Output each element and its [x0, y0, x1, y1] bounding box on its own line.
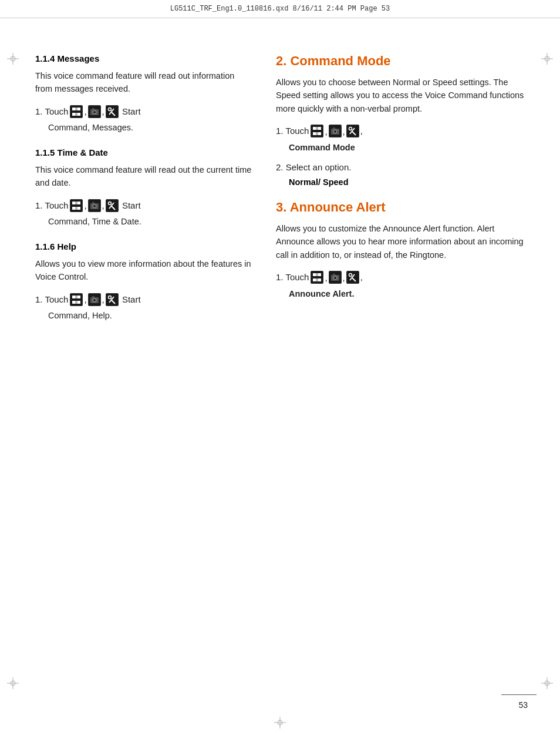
- svg-rect-64: [318, 132, 321, 135]
- comma-3: ,: [84, 200, 86, 210]
- messages-step1-icons: , ,: [70, 104, 140, 119]
- reg-mark-left-top: [7, 53, 19, 65]
- svg-rect-23: [92, 108, 95, 110]
- time-step1-suffix: Start: [120, 198, 141, 213]
- grid-icon-4: [311, 125, 323, 137]
- svg-rect-65: [316, 127, 319, 130]
- ann-step1: 1. Touch: [276, 270, 531, 285]
- page-number: 53: [518, 700, 528, 710]
- camera-icon-3: [88, 293, 101, 306]
- svg-rect-15: [72, 113, 75, 116]
- svg-rect-61: [313, 127, 316, 130]
- comma-10: ,: [343, 273, 345, 283]
- heading-announce-alert: 3. Announce Alert: [276, 200, 531, 215]
- right-column: 2. Command Mode Allows you to choose bet…: [276, 53, 531, 335]
- header-text: LG511C_TRF_Eng1.0_110816.qxd 8/16/11 2:4…: [170, 5, 390, 13]
- cmd-step2-text: 2. Select an option.: [276, 160, 351, 175]
- body-command-mode: Allows you to choose between Normal or S…: [276, 76, 531, 115]
- help-step1-suffix: Start: [120, 292, 141, 307]
- svg-rect-46: [77, 296, 80, 298]
- tools-icon-4: [346, 125, 359, 137]
- svg-rect-14: [77, 108, 80, 110]
- cmd-step1-icons: , ,: [311, 123, 363, 139]
- svg-rect-49: [75, 296, 78, 298]
- heading-help: 1.1.6 Help: [35, 241, 252, 251]
- camera-icon-1: [88, 105, 101, 118]
- heading-messages: 1.1.4 Messages: [35, 53, 252, 63]
- ann-step1-suffix: ,: [360, 270, 363, 285]
- svg-rect-47: [72, 301, 75, 304]
- comma-6: ,: [102, 294, 104, 304]
- svg-rect-45: [72, 296, 75, 298]
- svg-rect-17: [75, 108, 78, 110]
- svg-rect-50: [75, 301, 78, 304]
- ann-continuation: Announce Alert.: [276, 287, 531, 300]
- messages-step1-prefix: 1. Touch: [35, 104, 68, 119]
- svg-point-54: [93, 299, 96, 301]
- grid-icon-5: [311, 271, 323, 284]
- cmd-step1-suffix: ,: [360, 123, 363, 139]
- left-column: 1.1.4 Messages This voice command featur…: [35, 53, 252, 335]
- ann-step1-icons: , ,: [311, 270, 363, 285]
- comma-8: ,: [343, 126, 345, 136]
- svg-rect-79: [313, 278, 316, 281]
- cmd-step1: 1. Touch: [276, 123, 531, 139]
- tools-icon-3: [106, 293, 119, 306]
- cmd-step2: 2. Select an option.: [276, 160, 531, 175]
- tools-icon-5: [346, 271, 359, 284]
- section-announce-alert: 3. Announce Alert Allows you to customiz…: [276, 200, 531, 300]
- svg-rect-13: [72, 108, 75, 110]
- section-help: 1.1.6 Help Allows you to view more infor…: [35, 241, 252, 323]
- page-container: LG511C_TRF_Eng1.0_110816.qxd 8/16/11 2:4…: [0, 0, 560, 742]
- cmd-step1-prefix: 1. Touch: [276, 123, 309, 139]
- comma-4: ,: [102, 200, 104, 210]
- svg-rect-78: [318, 273, 321, 276]
- heading-command-mode: 2. Command Mode: [276, 53, 531, 69]
- help-step1-icons: , ,: [70, 292, 140, 307]
- messages-continuation: Command, Messages.: [35, 121, 252, 134]
- body-announce-alert: Allows you to customize the Announce Ale…: [276, 222, 531, 261]
- content-area: 1.1.4 Messages This voice command featur…: [0, 18, 560, 371]
- ann-step1-prefix: 1. Touch: [276, 270, 309, 285]
- svg-rect-29: [72, 202, 75, 204]
- help-continuation: Command, Help.: [35, 309, 252, 322]
- svg-rect-33: [75, 202, 78, 204]
- svg-rect-55: [92, 296, 95, 298]
- svg-rect-82: [316, 278, 319, 281]
- svg-rect-34: [75, 207, 78, 210]
- time-step1-prefix: 1. Touch: [35, 198, 68, 213]
- body-messages: This voice command feature will read out…: [35, 69, 252, 96]
- svg-rect-81: [316, 273, 319, 276]
- svg-rect-66: [316, 132, 319, 135]
- tools-icon-2: [106, 199, 119, 212]
- svg-point-22: [93, 111, 96, 113]
- comma-9: ,: [325, 273, 327, 283]
- page-divider: [501, 694, 537, 695]
- messages-step1: 1. Touch: [35, 104, 252, 119]
- cmd-mode-continuation: Command Mode: [276, 141, 531, 154]
- svg-rect-63: [313, 132, 316, 135]
- reg-mark-right-bottom: [541, 677, 553, 689]
- tools-icon-1: [106, 105, 119, 118]
- grid-icon-3: [70, 293, 83, 306]
- svg-point-38: [93, 205, 96, 207]
- reg-mark-right-top: [541, 53, 553, 65]
- svg-rect-30: [77, 202, 80, 204]
- section-messages: 1.1.4 Messages This voice command featur…: [35, 53, 252, 135]
- svg-rect-87: [333, 274, 335, 276]
- body-time-date: This voice command feature will read out…: [35, 163, 252, 190]
- section-time-date: 1.1.5 Time & Date This voice command fea…: [35, 147, 252, 229]
- comma-1: ,: [84, 106, 86, 116]
- svg-rect-71: [333, 127, 335, 129]
- cmd-option: Normal/ Speed: [276, 177, 531, 187]
- time-step1: 1. Touch: [35, 198, 252, 213]
- bottom-crosshair: [274, 717, 286, 730]
- help-step1: 1. Touch: [35, 292, 252, 307]
- grid-icon-1: [70, 105, 83, 118]
- time-step1-icons: , ,: [70, 198, 140, 213]
- help-step1-prefix: 1. Touch: [35, 292, 68, 307]
- svg-rect-77: [313, 273, 316, 276]
- messages-step1-suffix: Start: [120, 104, 141, 119]
- comma-2: ,: [102, 106, 104, 116]
- reg-mark-left-bottom: [7, 677, 19, 689]
